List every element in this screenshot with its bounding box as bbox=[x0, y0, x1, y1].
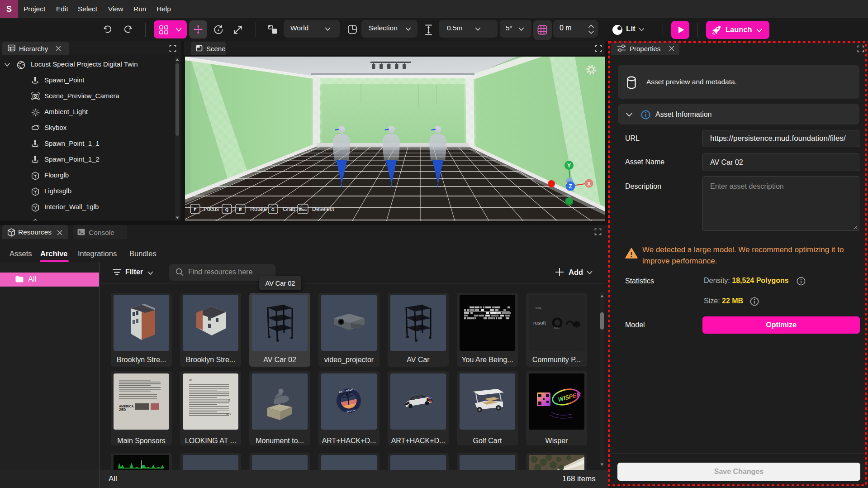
svg-text:Esc: Esc bbox=[299, 207, 307, 212]
svg-text:Mix: Mix bbox=[226, 412, 231, 416]
svg-text:SOPA: SOPA bbox=[535, 307, 541, 310]
svg-text:Rotate: Rotate bbox=[250, 206, 267, 212]
svg-text:F: F bbox=[194, 207, 197, 212]
svg-text:G: G bbox=[271, 207, 275, 212]
svg-text:rosoft: rosoft bbox=[533, 320, 546, 325]
svg-text:X: X bbox=[587, 181, 591, 187]
svg-text:art: art bbox=[189, 378, 192, 381]
svg-text:Z: Z bbox=[569, 183, 572, 190]
svg-text:250: 250 bbox=[119, 407, 126, 412]
svg-text:G: G bbox=[228, 399, 230, 402]
svg-text:Y: Y bbox=[567, 163, 571, 169]
svg-text:Focus: Focus bbox=[204, 206, 219, 212]
svg-text:Q: Q bbox=[225, 207, 228, 212]
svg-text:CHILL: CHILL bbox=[554, 327, 560, 330]
svg-text:E: E bbox=[239, 207, 242, 212]
svg-text:Deselect: Deselect bbox=[312, 206, 334, 212]
svg-text:Grab: Grab bbox=[283, 206, 295, 212]
